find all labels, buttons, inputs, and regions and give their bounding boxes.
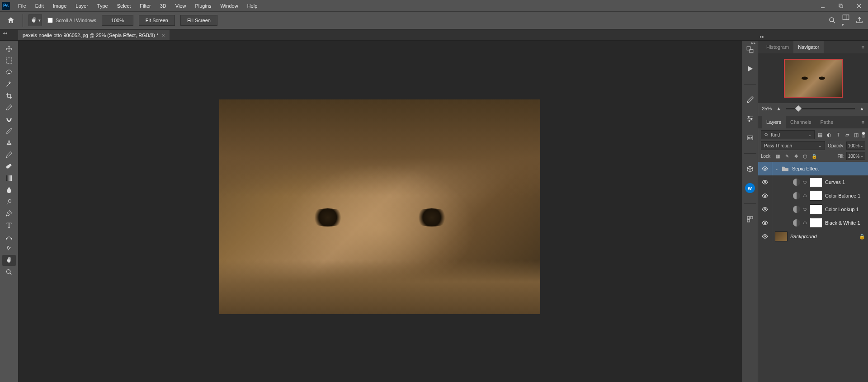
lock-position-icon[interactable]: ✥ [793,152,800,160]
menu-select[interactable]: Select [113,3,136,9]
canvas[interactable] [18,41,741,382]
filter-toggle-icon[interactable] [862,132,865,138]
visibility-toggle[interactable] [761,233,769,240]
zoom-level-input[interactable]: 100% [102,15,133,26]
filter-type-icon[interactable]: T [835,131,842,138]
visibility-toggle[interactable] [761,193,769,199]
lock-transparency-icon[interactable]: ▦ [774,152,782,160]
fit-screen-button[interactable]: Fit Screen [139,15,175,26]
document-tab[interactable]: pexels-noelle-otto-906052.jpg @ 25% (Sep… [18,30,170,40]
brushes-panel-icon[interactable] [745,94,755,105]
layers-panel-menu-icon[interactable]: ≡ [862,119,864,125]
search-icon[interactable] [828,16,836,24]
layer-thumbnail[interactable] [775,231,788,241]
layer-filter-kind[interactable]: Kind ⌄ [761,130,815,139]
menu-window[interactable]: Window [216,3,243,9]
brush-tool[interactable] [2,126,16,137]
tab-navigator[interactable]: Navigator [793,41,824,53]
eraser-tool[interactable] [2,161,16,172]
menu-filter[interactable]: Filter [135,3,155,9]
menu-layer[interactable]: Layer [71,3,93,9]
mask-thumbnail[interactable] [810,204,822,214]
crop-tool[interactable] [2,90,16,101]
lock-artboard-icon[interactable]: ▢ [802,152,809,160]
actions-panel-icon[interactable] [745,63,755,74]
navigator-preview[interactable] [758,53,868,103]
color-panel-icon[interactable] [745,44,755,55]
navigator-zoom-slider[interactable] [786,108,855,109]
healing-brush-tool[interactable] [2,114,16,125]
close-button[interactable] [850,0,868,11]
eyedropper-tool[interactable] [2,102,16,113]
type-tool[interactable] [2,220,16,231]
tab-histogram[interactable]: Histogram [762,41,793,53]
mask-link-icon[interactable]: ⬭ [803,220,807,226]
menu-image[interactable]: Image [48,3,71,9]
dodge-tool[interactable] [2,196,16,207]
path-tool[interactable] [2,231,16,242]
menu-type[interactable]: Type [93,3,113,9]
layer-row[interactable]: ⬭ Color Balance 1 [758,189,868,203]
mask-link-icon[interactable]: ⬭ [803,193,807,198]
libraries-panel-icon[interactable] [745,214,755,225]
menu-3d[interactable]: 3D [156,3,171,9]
home-button[interactable] [5,14,17,27]
menu-plugins[interactable]: Plugins [190,3,216,9]
lock-image-icon[interactable]: ✎ [783,152,791,160]
layer-row[interactable]: ⬭ Black & White 1 [758,216,868,230]
panel-collapse-icon[interactable]: ▸▸ [760,34,764,39]
layer-row[interactable]: ⬭ Curves 1 [758,175,868,189]
blend-mode-dropdown[interactable]: Pass Through⌄ [761,141,825,150]
lock-all-icon[interactable]: 🔒 [811,152,818,160]
history-brush-tool[interactable] [2,149,16,160]
mask-thumbnail[interactable] [810,177,822,187]
hand-tool-indicator[interactable]: ▾ [28,14,42,26]
direct-select-tool[interactable] [2,243,16,254]
lasso-tool[interactable] [2,67,16,78]
filter-adjustment-icon[interactable]: ◐ [826,131,833,138]
fill-input[interactable]: 100%⌄ [846,152,865,160]
filter-smart-icon[interactable]: ◫ [853,131,860,138]
toolbar-collapse-icon[interactable]: ◂◂ [3,31,7,35]
filter-pixel-icon[interactable]: ▦ [816,131,824,138]
fill-screen-button[interactable]: Fill Screen [180,15,217,26]
mask-thumbnail[interactable] [810,191,822,201]
visibility-toggle[interactable] [761,165,769,172]
menu-view[interactable]: View [171,3,191,9]
lock-icon[interactable]: 🔒 [859,234,865,240]
menu-help[interactable]: Help [243,3,262,9]
tab-channels[interactable]: Channels [786,116,816,128]
tab-paths[interactable]: Paths [816,116,838,128]
mask-link-icon[interactable]: ⬭ [803,179,807,185]
3d-panel-icon[interactable] [745,164,755,174]
filter-shape-icon[interactable]: ▱ [844,131,851,138]
layer-row-background[interactable]: Background 🔒 [758,230,868,243]
minimize-button[interactable] [814,0,832,11]
zoom-in-icon[interactable]: ▲ [859,106,864,111]
maximize-button[interactable] [832,0,850,11]
visibility-toggle[interactable] [761,179,769,185]
panel-menu-icon[interactable]: ≡ [862,44,864,50]
tab-close-icon[interactable]: × [162,33,165,38]
visibility-toggle[interactable] [761,220,769,226]
layer-row[interactable]: ⬭ Color Lookup 1 [758,203,868,216]
zoom-tool[interactable] [2,267,16,278]
clone-stamp-tool[interactable] [2,137,16,148]
scroll-all-checkbox[interactable]: Scroll All Windows [47,18,96,23]
visibility-toggle[interactable] [761,206,769,212]
menu-edit[interactable]: Edit [31,3,48,9]
mask-thumbnail[interactable] [810,218,822,228]
menu-file[interactable]: File [14,3,31,9]
opacity-input[interactable]: 100%⌄ [846,141,865,150]
tab-layers[interactable]: Layers [762,116,786,128]
mask-link-icon[interactable]: ⬭ [803,207,807,212]
hand-tool[interactable] [2,255,16,266]
dock-expand-icon[interactable]: ▸▸ [751,41,756,45]
group-collapse-icon[interactable]: ⌄ [775,166,778,171]
character-panel-icon[interactable] [745,132,755,143]
gradient-tool[interactable] [2,173,16,184]
move-tool[interactable] [2,43,16,54]
layer-row-group[interactable]: ⌄ Sepia Effect [758,162,868,175]
zoom-out-icon[interactable]: ▲ [776,106,781,111]
pen-tool[interactable] [2,208,16,219]
